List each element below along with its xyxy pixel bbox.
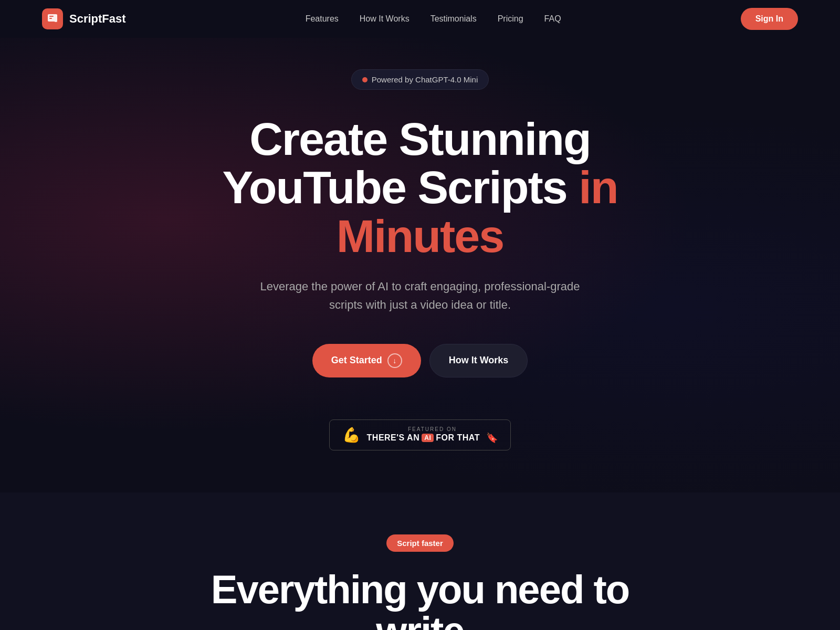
hero-title-line1: Create Stunning: [249, 113, 591, 165]
hero-title-line2: YouTube Scripts: [223, 161, 567, 213]
logo-icon: [42, 8, 63, 29]
featured-badge: 💪 Featured on THERE'S AN AI FOR THAT 🔖: [329, 419, 511, 450]
featured-name-part2: FOR THAT: [436, 433, 480, 443]
navbar: ScriptFast Features How It Works Testimo…: [0, 0, 840, 38]
featured-on-label: Featured on: [367, 426, 498, 432]
logo-text: ScriptFast: [69, 12, 126, 26]
svg-rect-0: [48, 14, 57, 22]
arrow-icon: ↓: [387, 353, 402, 368]
features-section: Script faster Everything you need to wri…: [0, 492, 840, 630]
featured-icon: 💪: [342, 426, 361, 444]
featured-ai-badge: AI: [422, 434, 434, 442]
featured-text: Featured on THERE'S AN AI FOR THAT 🔖: [367, 426, 498, 444]
svg-rect-2: [49, 18, 52, 19]
get-started-button[interactable]: Get Started ↓: [312, 344, 421, 377]
powered-dot: [362, 77, 368, 82]
nav-pricing[interactable]: Pricing: [498, 14, 523, 24]
featured-name: THERE'S AN AI FOR THAT 🔖: [367, 432, 498, 444]
nav-faq[interactable]: FAQ: [544, 14, 561, 24]
nav-how-it-works[interactable]: How It Works: [360, 14, 410, 24]
nav-testimonials[interactable]: Testimonials: [430, 14, 477, 24]
bookmark-icon: 🔖: [486, 432, 498, 444]
hero-buttons: Get Started ↓ How It Works: [312, 344, 528, 377]
logo[interactable]: ScriptFast: [42, 8, 126, 29]
powered-badge: Powered by ChatGPT-4.0 Mini: [351, 69, 489, 90]
hero-section: Powered by ChatGPT-4.0 Mini Create Stunn…: [0, 38, 840, 492]
hero-title-accent: in: [579, 161, 617, 213]
hero-title-minutes: Minutes: [337, 210, 503, 262]
hero-title: Create Stunning YouTube Scripts in Minut…: [223, 115, 618, 260]
powered-text: Powered by ChatGPT-4.0 Mini: [372, 75, 478, 84]
signin-button[interactable]: Sign In: [741, 8, 798, 30]
featured-name-part1: THERE'S AN: [367, 433, 420, 443]
section2-title-part1: Everything you need to write: [211, 567, 629, 630]
svg-rect-3: [55, 21, 57, 22]
nav-links: Features How It Works Testimonials Prici…: [306, 14, 561, 24]
script-faster-pill: Script faster: [386, 534, 454, 552]
how-it-works-button[interactable]: How It Works: [429, 344, 528, 377]
section2-title: Everything you need to write amazing You…: [184, 569, 656, 630]
svg-rect-1: [49, 16, 54, 17]
nav-features[interactable]: Features: [306, 14, 339, 24]
hero-subtitle: Leverage the power of AI to craft engagi…: [252, 277, 588, 314]
